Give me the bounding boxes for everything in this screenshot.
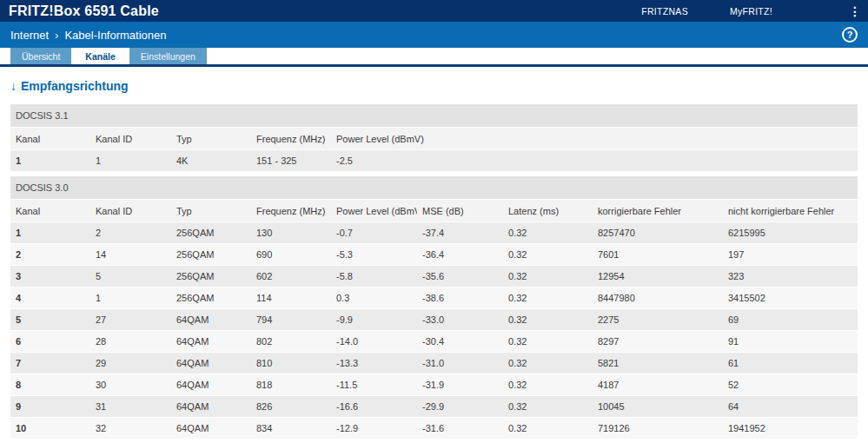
column-header: Frequenz (MHz) [251,200,331,222]
table-cell: 256QAM [171,288,251,309]
column-header: korrigierbare Fehler [593,200,723,222]
down-arrow-icon: ↓ [10,79,17,93]
table-cell: 0.32 [503,222,593,244]
overflow-menu-icon[interactable]: ⋮ [849,5,859,17]
table-cell: 31 [90,396,171,418]
top-header-bar: FRITZ!Box 6591 Cable FRITZNAS MyFRITZ! ⋮ [0,0,868,22]
table-row: 114K151 - 325-2.5 [10,150,858,172]
table-cell: 64QAM [171,396,251,418]
table-cell: 8257470 [593,222,723,244]
table-row: 103264QAM834-12.9-31.60.327191261941952 [10,418,858,440]
help-icon[interactable]: ? [842,27,858,43]
table-cell: 2275 [593,309,723,331]
table-cell: 4187 [593,374,723,396]
table-cell: 10 [10,418,90,440]
table-cell: 7 [10,353,90,374]
myfritz-link[interactable]: MyFRITZ! [730,6,772,17]
docsis31-section-header: DOCSIS 3.1 [10,104,858,127]
table-cell: -14.0 [331,331,417,353]
tab-einstellungen[interactable]: Einstellungen [129,48,207,64]
table-cell: 690 [251,244,331,266]
table-cell: 826 [251,396,331,418]
breadcrumb-bar: Internet › Kabel-Informationen ? [0,22,868,48]
column-header: MSE (dB) [417,200,503,222]
table-cell: 69 [723,309,858,331]
table-cell: 3415502 [723,288,858,309]
table-row: 12256QAM130-0.7-37.40.3282574706215995 [10,222,858,244]
table-cell: -13.3 [331,353,417,374]
docsis31-table: KanalKanal IDTypFrequenz (MHz)Power Leve… [10,128,858,172]
tab-uebersicht[interactable]: Übersicht [10,48,71,64]
table-cell: 130 [251,222,331,244]
table-cell: 197 [723,244,858,266]
table-cell: -5.8 [331,266,417,288]
table-cell: 1 [90,150,171,172]
table-cell: 1 [10,150,90,172]
table-cell: 10045 [593,396,723,418]
table-cell: 1941952 [723,418,858,440]
table-cell: -2.5 [331,150,858,172]
table-row: 72964QAM810-13.3-31.00.32582161 [10,353,858,374]
table-cell: 256QAM [171,244,251,266]
table-header-row: KanalKanal IDTypFrequenz (MHz)Power Leve… [10,200,858,222]
table-cell: 52 [723,374,858,396]
table-cell: 6 [10,331,90,353]
table-cell: 323 [723,266,858,288]
breadcrumb-page: Kabel-Informationen [64,29,166,42]
column-header: Power Level (dBmV) [331,200,417,222]
table-cell: 0.32 [503,353,593,374]
table-cell: 12954 [593,266,723,288]
table-cell: 0.32 [503,374,593,396]
content-area: ↓Empfangsrichtung DOCSIS 3.1 KanalKanal … [0,67,868,440]
table-row: 93164QAM826-16.6-29.90.321004564 [10,396,858,418]
table-cell: 6215995 [723,222,858,244]
table-cell: 64QAM [171,353,251,374]
table-row: 52764QAM794-9.9-33.00.32227569 [10,309,858,331]
table-cell: -38.6 [417,288,503,309]
table-cell: 30 [90,374,171,396]
table-row: 41256QAM1140.3-38.60.3284479803415502 [10,288,858,309]
table-row: 83064QAM818-11.5-31.90.32418752 [10,374,858,396]
column-header: Typ [171,200,251,222]
table-cell: -5.3 [331,244,417,266]
table-cell: 818 [251,374,331,396]
table-cell: 64QAM [171,331,251,353]
table-cell: 602 [251,266,331,288]
table-row: 62864QAM802-14.0-30.40.32829791 [10,331,858,353]
table-cell: 0.32 [503,288,593,309]
table-cell: 0.32 [503,309,593,331]
table-cell: 8447980 [593,288,723,309]
table-cell: 1 [10,222,90,244]
fritznas-link[interactable]: FRITZNAS [641,6,688,17]
table-cell: 0.32 [503,331,593,353]
table-cell: 61 [723,353,858,374]
table-cell: 0.32 [503,266,593,288]
page-title: ↓Empfangsrichtung [10,79,858,93]
table-cell: 27 [90,309,171,331]
table-cell: 32 [90,418,171,440]
table-cell: 2 [90,222,171,244]
table-cell: -36.4 [417,244,503,266]
table-cell: 256QAM [171,266,251,288]
table-cell: 0.32 [503,418,593,440]
table-cell: -16.6 [331,396,417,418]
table-cell: 91 [723,331,858,353]
column-header: Kanal [10,128,90,150]
table-cell: 3 [10,266,90,288]
table-cell: -9.9 [331,309,417,331]
table-cell: -37.4 [417,222,503,244]
table-cell: 64QAM [171,418,251,440]
table-cell: -33.0 [417,309,503,331]
table-cell: 5 [10,309,90,331]
table-cell: 794 [251,309,331,331]
table-cell: 64QAM [171,374,251,396]
table-cell: 8297 [593,331,723,353]
table-cell: 4 [10,288,90,309]
column-header: Kanal ID [90,128,171,150]
table-cell: -11.5 [331,374,417,396]
docsis30-section-header: DOCSIS 3.0 [10,176,858,199]
table-cell: 0.32 [503,244,593,266]
table-cell: 802 [251,331,331,353]
breadcrumb-internet[interactable]: Internet [10,29,49,42]
tab-kanaele[interactable]: Kanäle [74,48,126,64]
